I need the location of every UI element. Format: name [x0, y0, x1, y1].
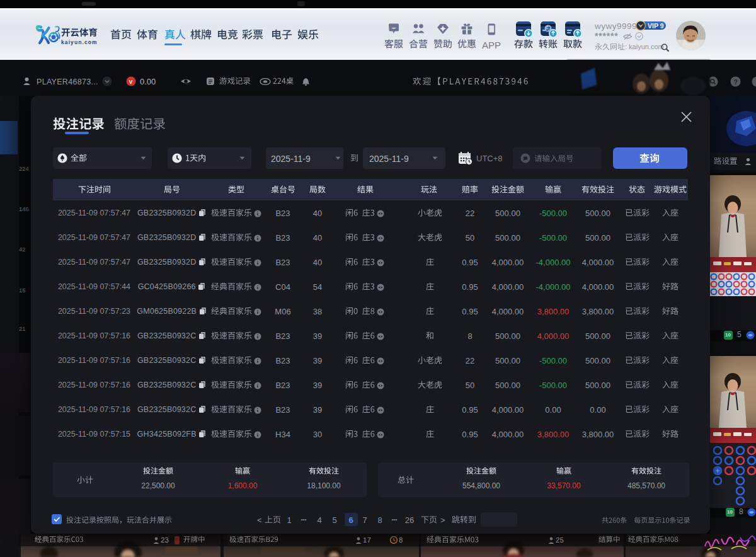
svg-text:V: V	[129, 79, 133, 85]
svg-text:?: ?	[734, 78, 738, 86]
svg-text:VIP 9: VIP 9	[648, 22, 664, 30]
